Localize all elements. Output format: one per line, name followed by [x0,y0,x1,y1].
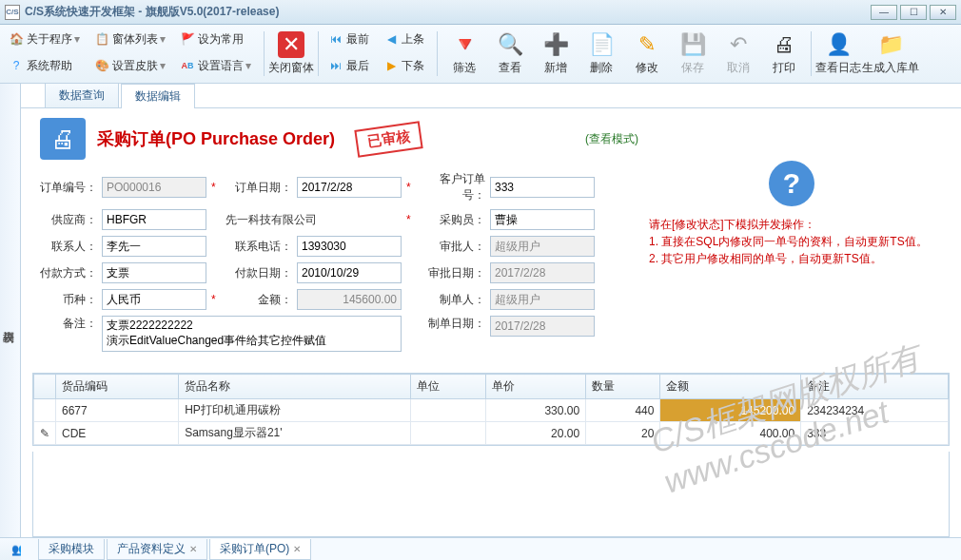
input-orderdate[interactable] [297,177,402,198]
add-icon: ➕ [542,31,569,58]
first-icon: ⏮ [328,31,343,47]
delete-icon: 📄 [588,31,615,58]
tab-query[interactable]: 数据查询 [45,83,119,107]
lbl-remark: 备注： [40,316,97,332]
input-approvedate[interactable] [490,262,595,283]
delete-button[interactable]: 📄删除 [579,26,623,81]
set-default-button[interactable]: 🚩设为常用 [174,26,257,52]
input-orderno[interactable] [102,177,206,198]
input-supplier[interactable] [102,209,206,230]
prev-button[interactable]: ◀上条 [378,26,430,52]
input-currency[interactable] [102,289,206,310]
lang-icon: AB [180,58,195,73]
input-buyer[interactable] [490,209,595,230]
tab-product-def[interactable]: 产品资料定义✕ [107,539,207,560]
edit-icon: ✎ [634,31,660,58]
print-button[interactable]: 🖨打印 [762,26,806,81]
page-title: 采购订单(PO Purchase Order) [97,127,335,150]
close-icon[interactable]: ✕ [189,544,197,554]
bottom-tabs: 采购模块 产品资料定义✕ 采购订单(PO)✕ [21,537,961,560]
input-custorder[interactable] [490,177,595,198]
save-icon: 💾 [679,31,706,58]
question-icon: ? [769,161,814,206]
approved-stamp: 已审核 [354,121,422,157]
grid-empty-area [32,452,950,537]
tab-purchase-module[interactable]: 采购模块 [38,539,105,560]
about-button[interactable]: 🏠关于程序▾ [3,26,86,52]
row-indicator-icon: ✎ [34,422,56,445]
title-bar: C/S C/S系统快速开发框架 - 旗舰版V5.0(2017-release) … [0,0,961,25]
last-icon: ⏭ [328,58,343,73]
input-paymethod[interactable] [102,262,206,283]
lbl-maker: 制单人： [421,292,485,308]
list-icon: 📋 [94,31,109,47]
add-button[interactable]: ➕新增 [534,26,578,81]
form-area: 🖨 采购订单(PO Purchase Order) 已审核 (查看模式) 订单编… [21,108,961,367]
help-button[interactable]: ?系统帮助 [3,52,86,79]
flag-icon: 🚩 [180,31,195,47]
lbl-paymethod: 付款方式： [40,265,97,281]
lbl-currency: 币种： [40,292,97,308]
input-contact[interactable] [102,236,206,257]
log-button[interactable]: 👤查看日志 [816,26,860,81]
window-title: C/S系统快速开发框架 - 旗舰版V5.0(2017-release) [25,4,868,20]
print-icon: 🖨 [771,31,797,58]
input-remark[interactable]: 支票2222222222 演示EditValueChanged事件给其它控件赋值 [102,316,402,352]
search-icon: 🔍 [497,31,523,58]
tab-po[interactable]: 采购订单(PO)✕ [209,539,311,560]
lbl-approver: 审批人： [421,239,485,255]
minimize-button[interactable]: — [871,5,897,20]
filter-button[interactable]: 🔻筛选 [442,26,486,81]
input-paydate[interactable] [297,262,402,283]
lbl-supplier: 供应商： [40,212,97,228]
table-row[interactable]: ✎ CDESamsang显示器21' 20.00 20400.00 333 [34,422,949,445]
lbl-amount: 金额： [226,292,292,308]
tab-edit[interactable]: 数据编辑 [121,84,195,108]
lbl-orderdate: 订单日期： [226,180,292,196]
cancel-button[interactable]: ↶取消 [716,26,760,81]
close-icon[interactable]: ✕ [293,544,301,554]
edit-button[interactable]: ✎修改 [625,26,669,81]
lbl-makedate: 制单日期： [421,316,485,332]
lbl-orderno: 订单编号： [40,180,97,196]
hint-line2: 2. 其它用户修改相同的单号，自动更新TS值。 [649,250,934,267]
lbl-buyer: 采购员： [421,212,485,228]
close-window-button[interactable]: ✕关闭窗体 [269,26,313,81]
undo-icon: ↶ [725,31,752,58]
first-button[interactable]: ⏮最前 [323,26,375,52]
help-icon: ? [9,58,24,73]
lbl-phone: 联系电话： [226,239,292,255]
last-button[interactable]: ⏭最后 [323,52,375,79]
input-approver[interactable] [490,236,595,257]
lbl-contact: 联系人： [40,239,97,255]
req-icon: * [211,181,221,194]
view-mode-label: (查看模式) [585,131,638,147]
window-list-button[interactable]: 📋窗体列表▾ [88,26,171,52]
lang-button[interactable]: AB设置语言▾ [174,52,257,79]
side-tab-modules[interactable]: 模块列表 [0,84,21,537]
grid-header: 货品编码货品名称 单位单价 数量金额 备注 [34,375,949,399]
log-icon: 👤 [825,31,852,58]
inner-tabs: 数据查询 数据编辑 [21,84,961,108]
skin-button[interactable]: 🎨设置皮肤▾ [88,52,171,79]
maximize-button[interactable]: ☐ [900,5,927,20]
main-toolbar: 🏠关于程序▾ ?系统帮助 📋窗体列表▾ 🎨设置皮肤▾ 🚩设为常用 AB设置语言▾… [0,25,961,84]
input-amount[interactable] [297,289,402,310]
input-phone[interactable] [297,236,402,257]
input-maker[interactable] [490,289,595,310]
next-button[interactable]: ▶下条 [378,52,430,79]
prev-icon: ◀ [383,31,399,47]
input-makedate[interactable] [490,316,595,337]
close-red-icon: ✕ [278,31,304,58]
detail-grid[interactable]: 货品编码货品名称 单位单价 数量金额 备注 6677HP打印机通用碳粉 330.… [32,373,950,446]
gen-in-button[interactable]: 📁生成入库单 [862,26,919,81]
save-button[interactable]: 💾保存 [671,26,715,81]
view-button[interactable]: 🔍查看 [488,26,532,81]
doc-icon: 📁 [877,31,904,58]
app-icon: C/S [5,5,20,20]
table-row[interactable]: 6677HP打印机通用碳粉 330.00 440145200.00 234234… [34,399,949,422]
lbl-custorder: 客户订单号： [421,171,485,203]
dropdown-icon: ▾ [74,32,80,46]
close-button[interactable]: ✕ [930,5,956,20]
skin-icon: 🎨 [94,58,109,73]
